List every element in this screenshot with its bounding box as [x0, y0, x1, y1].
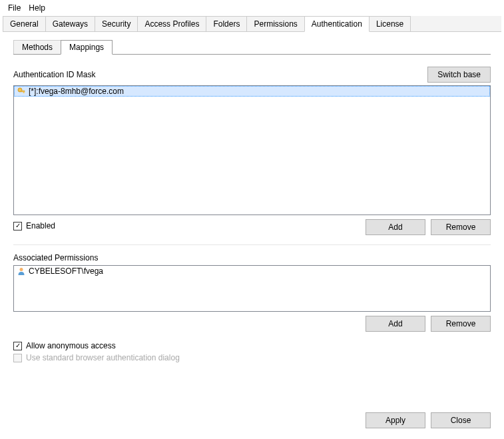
subtab-mappings[interactable]: Mappings — [61, 40, 113, 55]
enabled-label: Enabled — [26, 221, 55, 230]
svg-rect-2 — [23, 92, 25, 93]
list-item[interactable]: CYBELESOFT\fvega — [14, 266, 490, 276]
perm-add-button[interactable]: Add — [366, 316, 425, 332]
tab-security[interactable]: Security — [95, 16, 138, 31]
std-browser-label: Use standard browser authentication dial… — [26, 353, 180, 362]
auth-mask-label: Authentication ID Mask — [13, 70, 95, 79]
sub-tabs: Methods Mappings — [13, 40, 491, 55]
perm-remove-button[interactable]: Remove — [431, 316, 491, 332]
anon-checkbox[interactable] — [13, 342, 22, 350]
tab-gateways[interactable]: Gateways — [45, 16, 95, 31]
menu-file[interactable]: File — [4, 2, 25, 14]
content-area: Methods Mappings Authentication ID Mask … — [0, 32, 504, 373]
auth-mask-list[interactable]: [*]:fvega-8mhb@force.com — [13, 85, 491, 215]
subtab-methods[interactable]: Methods — [13, 40, 61, 54]
close-button[interactable]: Close — [431, 412, 491, 428]
svg-point-3 — [20, 268, 23, 271]
std-browser-checkbox — [13, 354, 22, 362]
user-icon — [17, 266, 26, 276]
main-tabs: General Gateways Security Access Profile… — [3, 16, 501, 32]
dialog-footer: Apply Close — [366, 412, 491, 428]
std-browser-checkbox-row: Use standard browser authentication dial… — [13, 353, 491, 362]
tab-permissions[interactable]: Permissions — [246, 16, 304, 31]
auth-remove-button[interactable]: Remove — [431, 219, 491, 235]
svg-rect-1 — [21, 91, 25, 92]
anon-label: Allow anonymous access — [26, 341, 116, 350]
tab-general[interactable]: General — [3, 16, 46, 31]
tab-license[interactable]: License — [369, 16, 411, 31]
key-icon — [17, 87, 26, 96]
tab-folders[interactable]: Folders — [206, 16, 247, 31]
switch-base-button[interactable]: Switch base — [427, 67, 491, 83]
enabled-checkbox[interactable] — [13, 222, 22, 230]
list-item-text: [*]:fvega-8mhb@force.com — [29, 87, 124, 96]
auth-add-button[interactable]: Add — [366, 219, 425, 235]
enabled-checkbox-row[interactable]: Enabled — [13, 221, 55, 230]
divider — [13, 244, 491, 245]
tab-authentication[interactable]: Authentication — [304, 16, 370, 32]
list-item-text: CYBELESOFT\fvega — [29, 266, 103, 276]
permissions-label: Associated Permissions — [13, 253, 491, 262]
permissions-list[interactable]: CYBELESOFT\fvega — [13, 265, 491, 312]
anon-checkbox-row[interactable]: Allow anonymous access — [13, 341, 491, 350]
apply-button[interactable]: Apply — [366, 412, 425, 428]
tab-access-profiles[interactable]: Access Profiles — [137, 16, 206, 31]
list-item[interactable]: [*]:fvega-8mhb@force.com — [14, 86, 490, 97]
menubar: File Help — [0, 0, 504, 16]
menu-help[interactable]: Help — [25, 2, 49, 14]
